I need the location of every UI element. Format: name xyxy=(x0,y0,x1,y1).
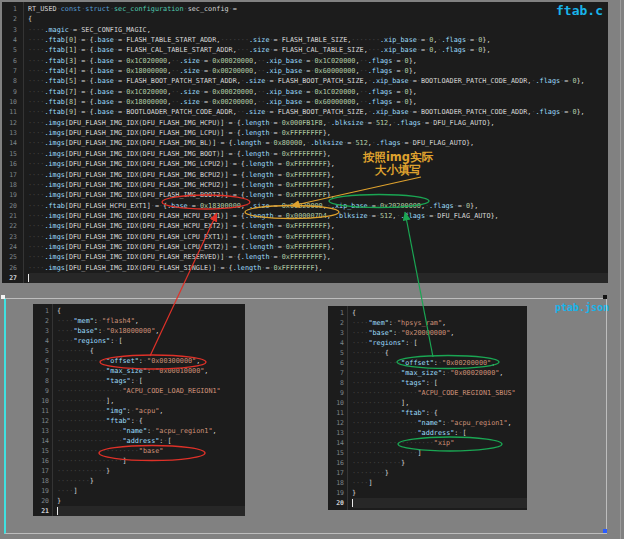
code-line[interactable]: ····.imgs[DFU_FLASH_IMG_IDX(DFU_FLASH_IM… xyxy=(28,159,608,169)
line-number: 21 xyxy=(2,211,17,221)
text-cursor xyxy=(28,274,29,282)
code-line[interactable]: ····.ftab[0]·=·{.base·=·FLASH_TABLE_STAR… xyxy=(28,35,608,45)
line-number: 1 xyxy=(2,4,17,14)
code-line[interactable]: ····.imgs[DFU_FLASH_IMG_IDX(DFU_FLASH_IM… xyxy=(28,149,608,159)
code-line[interactable]: ····.ftab[7]·=·{.base·=·0x1C020000,··.si… xyxy=(28,87,608,97)
line-number: 17 xyxy=(2,170,17,180)
code-line[interactable]: ····.ftab[3]·=·{.base·=·0x1C020000,··.si… xyxy=(28,56,608,66)
selection-handle[interactable] xyxy=(603,529,607,533)
code-line[interactable]: ····.imgs[DFU_FLASH_IMG_IDX(DFU_FLASH_IM… xyxy=(28,128,608,138)
selection-rectangle xyxy=(4,298,607,534)
line-number: 18 xyxy=(2,180,17,190)
line-number: 10 xyxy=(2,97,17,107)
line-number: 15 xyxy=(2,149,17,159)
line-number: 16 xyxy=(2,159,17,169)
line-number: 5 xyxy=(2,45,17,55)
line-number: 26 xyxy=(2,263,17,273)
window-edge-line xyxy=(620,0,621,539)
line-number: 23 xyxy=(2,232,17,242)
line-number: 27 xyxy=(2,273,17,283)
line-number: 25 xyxy=(2,252,17,262)
selection-handle[interactable] xyxy=(1,295,5,299)
code-line[interactable]: ····.ftab[4]·=·{.base·=·0x18000000,··.si… xyxy=(28,66,608,76)
code-line[interactable]: ····.imgs[DFU_FLASH_IMG_IDX(DFU_FLASH_IM… xyxy=(28,138,608,148)
code-line[interactable]: RT_USED·const·struct·sec_configuration·s… xyxy=(28,4,608,14)
code-line[interactable]: ····.ftab[DFU_FLASH_HCPU_EXT1]·=·{.base·… xyxy=(28,201,608,211)
line-number: 3 xyxy=(2,25,17,35)
code-line[interactable]: ····.imgs[DFU_FLASH_IMG_IDX(DFU_FLASH_RE… xyxy=(28,252,608,262)
ftab-code-area[interactable]: RT_USED·const·struct·sec_configuration·s… xyxy=(28,4,608,283)
line-number: 22 xyxy=(2,221,17,231)
annotation-note-line2: 大小填写 xyxy=(340,164,456,177)
code-line[interactable]: ····.ftab[5]·=·{.base·=·FLASH_BOOT_PATCH… xyxy=(28,76,608,86)
code-line[interactable]: ····.imgs[DFU_FLASH_IMG_IDX(DFU_FLASH_HC… xyxy=(28,221,608,231)
gutter-divider xyxy=(23,2,24,283)
code-line[interactable]: ····.ftab[1]·=·{.base·=·FLASH_CAL_TABLE_… xyxy=(28,45,608,55)
line-number: 9 xyxy=(2,87,17,97)
code-line[interactable]: ····.imgs[DFU_FLASH_IMG_IDX(DFU_FLASH_SI… xyxy=(28,263,608,273)
ftab-c-editor[interactable]: 1234567891011121314151617181920212223242… xyxy=(2,2,608,283)
code-line[interactable]: ····.imgs[DFU_FLASH_IMG_IDX(DFU_FLASH_IM… xyxy=(28,118,608,128)
line-number: 13 xyxy=(2,128,17,138)
code-line[interactable]: ····.ftab[8]·=·{.base·=·0x18000000,··.si… xyxy=(28,97,608,107)
annotation-note: 按照img实际 大小填写 xyxy=(340,151,456,177)
line-number: 20 xyxy=(2,201,17,211)
code-line[interactable]: ····.imgs[DFU_FLASH_IMG_IDX(DFU_FLASH_IM… xyxy=(28,190,608,200)
code-line[interactable]: ····.imgs[DFU_FLASH_IMG_IDX(DFU_FLASH_LC… xyxy=(28,242,608,252)
line-number: 11 xyxy=(2,107,17,117)
line-number: 19 xyxy=(2,190,17,200)
line-number: 24 xyxy=(2,242,17,252)
line-number: 14 xyxy=(2,138,17,148)
line-number: 7 xyxy=(2,66,17,76)
code-line[interactable]: ····.imgs[DFU_FLASH_IMG_IDX(DFU_FLASH_LC… xyxy=(28,232,608,242)
line-number: 8 xyxy=(2,76,17,86)
ftab-line-numbers: 1234567891011121314151617181920212223242… xyxy=(2,4,17,283)
screenshot-root: 1234567891011121314151617181920212223242… xyxy=(0,0,624,539)
line-number: 2 xyxy=(2,14,17,24)
code-line[interactable]: ····.imgs[DFU_FLASH_IMG_IDX(DFU_FLASH_HC… xyxy=(28,211,608,221)
code-line[interactable]: ····.imgs[DFU_FLASH_IMG_IDX(DFU_FLASH_IM… xyxy=(28,170,608,180)
line-number: 6 xyxy=(2,56,17,66)
selection-handle[interactable] xyxy=(603,295,607,299)
code-line[interactable]: ····.ftab[9]·=·{.base·=·BOOTLOADER_PATCH… xyxy=(28,107,608,117)
code-line[interactable]: ····.imgs[DFU_FLASH_IMG_IDX(DFU_FLASH_IM… xyxy=(28,180,608,190)
code-line[interactable]: { xyxy=(28,14,608,24)
line-number: 4 xyxy=(2,35,17,45)
ftab-file-label: ftab.c xyxy=(556,3,603,18)
line-number: 12 xyxy=(2,118,17,128)
code-line[interactable]: ····.magic·=·SEC_CONFIG_MAGIC, xyxy=(28,25,608,35)
code-line[interactable] xyxy=(28,273,608,283)
